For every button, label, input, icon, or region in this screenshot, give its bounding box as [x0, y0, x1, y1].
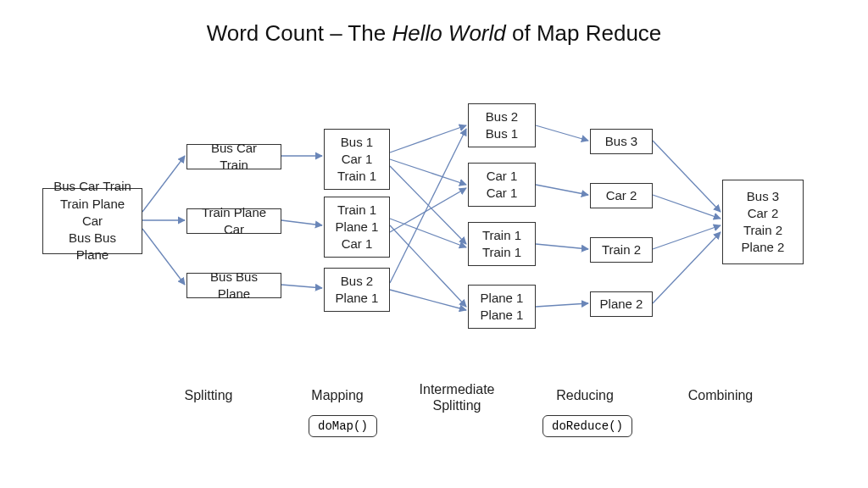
svg-line-17 — [536, 303, 588, 307]
svg-line-4 — [281, 220, 322, 225]
svg-line-14 — [536, 125, 588, 141]
map-box-0: Bus 1Car 1Train 1 — [324, 129, 390, 190]
svg-line-7 — [390, 159, 466, 185]
shuffle-box-2: Train 1Train 1 — [468, 222, 536, 266]
svg-line-16 — [536, 244, 588, 249]
svg-line-13 — [390, 290, 466, 310]
split-box-2: Bus Bus Plane — [186, 273, 281, 298]
stage-label-combining: Combining — [670, 388, 771, 403]
reduce-box-2: Train 2 — [590, 237, 653, 263]
svg-line-18 — [653, 141, 721, 212]
svg-line-15 — [536, 185, 588, 195]
reduce-box-1: Car 2 — [590, 183, 653, 208]
svg-line-20 — [653, 225, 721, 249]
svg-line-0 — [142, 156, 185, 212]
map-box-2: Bus 2Plane 1 — [324, 268, 390, 312]
stage-label-intermediate: IntermediateSplitting — [402, 381, 512, 413]
reduce-box-3: Plane 2 — [590, 291, 653, 317]
shuffle-box-3: Plane 1Plane 1 — [468, 285, 536, 329]
shuffle-box-0: Bus 2Bus 1 — [468, 103, 536, 147]
fn-doreduce: doReduce() — [542, 415, 632, 437]
svg-line-11 — [390, 188, 466, 232]
svg-line-12 — [390, 129, 466, 283]
page-title: Word Count – The Hello World of Map Redu… — [0, 20, 868, 47]
map-box-1: Train 1Plane 1Car 1 — [324, 197, 390, 258]
shuffle-box-1: Car 1Car 1 — [468, 163, 536, 207]
stage-label-reducing: Reducing — [542, 388, 627, 403]
fn-domap: doMap() — [309, 415, 377, 437]
split-box-0: Bus Car Train — [186, 144, 281, 169]
svg-line-21 — [653, 232, 721, 303]
input-box: Bus Car TrainTrain Plane CarBus Bus Plan… — [42, 188, 142, 254]
reduce-box-0: Bus 3 — [590, 129, 653, 154]
output-box: Bus 3Car 2Train 2Plane 2 — [722, 180, 804, 264]
svg-line-9 — [390, 219, 466, 247]
svg-line-6 — [390, 125, 466, 152]
svg-line-8 — [390, 166, 466, 244]
svg-line-2 — [142, 229, 185, 285]
svg-line-10 — [390, 225, 466, 307]
split-box-1: Train Plane Car — [186, 208, 281, 234]
stage-label-splitting: Splitting — [166, 388, 251, 403]
svg-line-5 — [281, 285, 322, 288]
svg-line-19 — [653, 195, 721, 219]
stage-label-mapping: Mapping — [295, 388, 380, 403]
